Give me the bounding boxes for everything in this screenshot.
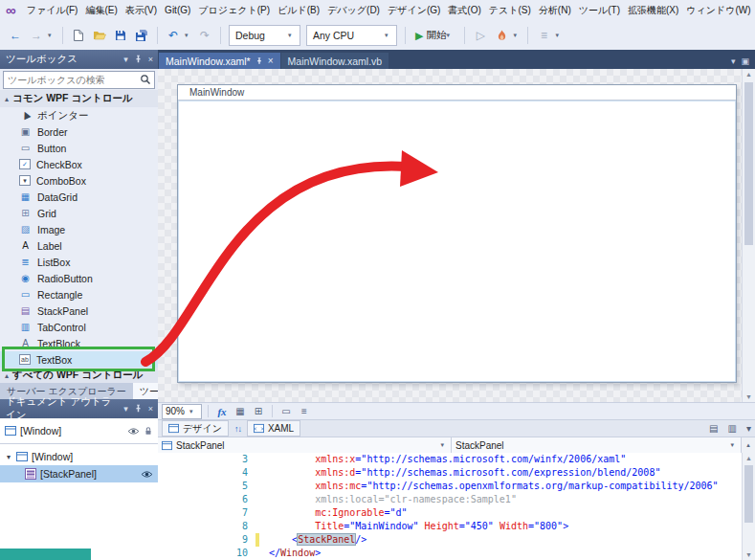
code-line[interactable]: 6 xmlns:local="clr-namespace:Sample1" — [158, 493, 742, 506]
undo-icon[interactable]: ↶ — [164, 26, 183, 45]
toolbox-item-TabControl[interactable]: ▥TabControl — [0, 319, 158, 335]
menu-item[interactable]: 書式(O) — [444, 0, 484, 21]
editor-vertical-scrollbar[interactable]: ▲ ▼ — [742, 453, 755, 560]
code-line[interactable]: 5 xmlns:mc="http://schemas.openxmlformat… — [158, 480, 742, 493]
code-line[interactable]: 10</Window> — [158, 547, 742, 560]
design-window[interactable]: MainWindow — [177, 84, 737, 383]
effects-fx-button[interactable]: fx — [214, 404, 230, 418]
designer-vertical-scrollbar[interactable]: ▲ ▼ — [742, 69, 755, 402]
pin-icon[interactable] — [134, 404, 143, 414]
toolbox-item-CheckBox[interactable]: ✓CheckBox — [0, 156, 158, 172]
element-path-right-dropdown[interactable]: StackPanel ▾ — [452, 437, 741, 453]
navigation-dropdown-icon[interactable]: ▾ — [48, 32, 56, 39]
save-all-icon[interactable] — [132, 26, 151, 45]
outline-root-row[interactable]: [Window] — [0, 422, 158, 439]
toolbox-item-RadioButton[interactable]: ◉RadioButton — [0, 270, 158, 286]
toolbox-item-TextBox[interactable]: abTextBox — [0, 351, 158, 368]
pin-icon[interactable] — [255, 56, 263, 65]
toolbox-section-common[interactable]: ▴ コモン WPF コントロール — [0, 90, 158, 107]
toolbox-item-DataGrid[interactable]: ▦DataGrid — [0, 189, 158, 205]
menu-item[interactable]: 分析(N) — [535, 0, 575, 21]
platform-dropdown[interactable]: Any CPU ▾ — [306, 25, 397, 46]
start-debug-button[interactable]: ▶ 開始 ▾ — [411, 26, 458, 45]
menu-item[interactable]: ツール(T) — [575, 0, 624, 21]
menu-item[interactable]: Git(G) — [161, 0, 194, 21]
window-layout-icon[interactable]: ▣ — [741, 56, 749, 66]
find-icon[interactable]: ≡ — [534, 26, 553, 45]
show-grid-icon[interactable]: ▦ — [233, 404, 248, 418]
menu-item[interactable]: ビルド(B) — [274, 0, 323, 21]
scroll-up-icon[interactable]: ▲ — [743, 453, 755, 463]
toolbox-item-ComboBox[interactable]: ▾ComboBox — [0, 172, 158, 189]
toolbox-search-input[interactable] — [4, 72, 154, 88]
expander-icon[interactable]: ▾ — [5, 453, 12, 461]
element-path-left-dropdown[interactable]: StackPanel ▾ — [158, 437, 451, 453]
xaml-code-editor[interactable]: 3 xmlns:x="http://schemas.microsoft.com/… — [158, 453, 755, 560]
window-position-icon[interactable]: ▾ — [123, 404, 128, 414]
menu-item[interactable]: デザイン(G) — [384, 0, 444, 21]
menu-item[interactable]: ファイル(F) — [23, 0, 82, 21]
pin-icon[interactable] — [134, 55, 143, 65]
outline-stackpanel-row[interactable]: [StackPanel] — [0, 465, 158, 482]
save-icon[interactable] — [111, 26, 130, 45]
navigate-back-icon[interactable]: ← — [6, 26, 25, 45]
designer-canvas[interactable]: MainWindow ▲ ▼ — [158, 69, 755, 402]
redo-icon[interactable]: ↷ — [195, 26, 214, 45]
scroll-down-icon[interactable]: ▼ — [743, 392, 755, 402]
toolbox-section-all[interactable]: ▴ すべての WPF コントロール — [0, 368, 158, 383]
code-line[interactable]: 8 Title="MainWindow" Height="450" Width=… — [158, 520, 742, 533]
toolbar-overflow-icon[interactable]: ▾ — [555, 32, 564, 39]
code-line[interactable]: 3 xmlns:x="http://schemas.microsoft.com/… — [158, 453, 742, 466]
xaml-view-tab[interactable]: XAML — [247, 420, 300, 437]
scrollbar-split-handle[interactable]: ▴ — [741, 437, 755, 453]
snap-to-grid-icon[interactable]: ⊞ — [251, 404, 266, 418]
toolbox-item-ListBox[interactable]: ≣ListBox — [0, 254, 158, 270]
code-line[interactable]: 9 <StackPanel/> — [158, 533, 742, 547]
code-line[interactable]: 4 xmlns:d="http://schemas.microsoft.com/… — [158, 466, 742, 480]
toolbox-item-TextBlock[interactable]: ATextBlock — [0, 335, 158, 351]
hot-reload-dropdown-icon[interactable]: ▾ — [513, 32, 522, 39]
scrollbar-thumb[interactable] — [744, 82, 753, 245]
toolbox-item-Border[interactable]: ▣Border — [0, 123, 158, 140]
toolbox-item-ポインター[interactable]: ▶ポインター — [0, 107, 158, 123]
split-vertical-icon[interactable]: ▥ — [728, 423, 737, 434]
menu-item[interactable]: テスト(S) — [485, 0, 535, 21]
design-window-content[interactable] — [178, 101, 736, 382]
start-without-debugging-icon[interactable]: ▷ — [471, 26, 490, 45]
collapse-pane-icon[interactable]: ▾ — [746, 423, 751, 434]
design-view-tab[interactable]: デザイン — [162, 420, 229, 437]
toolbox-item-Image[interactable]: ▨Image — [0, 221, 158, 237]
open-folder-icon[interactable] — [90, 26, 109, 45]
hot-reload-icon[interactable] — [492, 26, 511, 45]
split-horizontal-icon[interactable]: ▤ — [709, 423, 718, 434]
visibility-eye-icon[interactable] — [141, 470, 153, 479]
toolbox-item-Grid[interactable]: ⊞Grid — [0, 205, 158, 221]
menu-item[interactable]: 拡張機能(X) — [624, 0, 682, 21]
tab-mainwindow-xaml-vb[interactable]: MainWindow.xaml.vb — [281, 53, 389, 69]
tab-mainwindow-xaml[interactable]: MainWindow.xaml* × — [159, 53, 280, 69]
outline-window-row[interactable]: ▾ [Window] — [0, 448, 158, 465]
chevron-down-icon[interactable]: ▾ — [727, 441, 737, 449]
snaplines-icon[interactable]: ▭ — [278, 404, 294, 418]
scroll-down-icon[interactable]: ▼ — [743, 549, 755, 560]
menu-item[interactable]: 表示(V) — [122, 0, 161, 21]
swap-panes-icon[interactable]: ↑↓ — [234, 424, 241, 434]
scrollbar-thumb[interactable] — [744, 465, 753, 523]
annotations-toggle-icon[interactable]: ≡ — [297, 404, 312, 418]
window-position-icon[interactable]: ▾ — [123, 55, 128, 64]
visibility-eye-icon[interactable] — [127, 427, 140, 436]
menu-item[interactable]: 編集(E) — [81, 0, 121, 21]
menu-item[interactable]: プロジェクト(P) — [194, 0, 274, 21]
active-files-dropdown-icon[interactable]: ▾ — [731, 56, 736, 66]
chevron-down-icon[interactable]: ▾ — [437, 441, 447, 449]
tab-toolbox[interactable]: ツールボックス — [133, 383, 159, 399]
toolbox-item-Button[interactable]: ▭Button — [0, 140, 158, 156]
menu-item[interactable]: ウィンドウ(W) — [682, 0, 754, 21]
debug-config-dropdown[interactable]: Debug ▾ — [229, 25, 300, 46]
toolbox-item-StackPanel[interactable]: ▤StackPanel — [0, 302, 158, 319]
navigate-forward-icon[interactable]: → — [27, 26, 46, 45]
close-icon[interactable]: × — [148, 404, 153, 414]
scroll-up-icon[interactable]: ▲ — [743, 69, 755, 79]
close-icon[interactable]: × — [148, 55, 153, 64]
toolbox-item-Label[interactable]: ALabel — [0, 237, 158, 254]
